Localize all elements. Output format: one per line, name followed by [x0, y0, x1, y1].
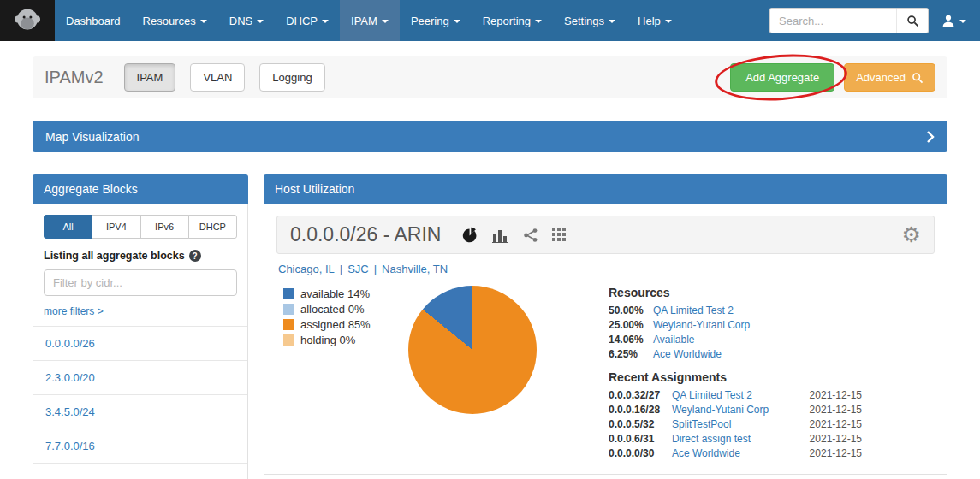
map-visualization-title: Map Visualization [45, 130, 139, 144]
legend-label: available 14% [300, 287, 370, 300]
assignment-link[interactable]: Ace Worldwide [672, 447, 810, 459]
resource-row: 6.25%Ace Worldwide [609, 348, 862, 360]
nav-item-peering[interactable]: Peering [400, 0, 472, 41]
nav-label: Dashboard [66, 15, 121, 27]
resource-percent: 14.06% [609, 334, 653, 346]
location-link[interactable]: Nashville, TN [382, 263, 448, 275]
resource-row: 14.06%Available [609, 334, 862, 346]
content-row: Aggregate Blocks All IPV4 IPv6 DHCP List… [33, 174, 947, 479]
resource-link[interactable]: QA Limited Test 2 [653, 305, 734, 316]
search-button[interactable] [896, 8, 929, 33]
assignment-link[interactable]: Weyland-Yutani Corp [672, 404, 810, 416]
nav-item-reporting[interactable]: Reporting [472, 0, 553, 41]
resource-row: 50.00%QA Limited Test 2 [609, 305, 862, 316]
link-separator: | [374, 263, 377, 275]
cidr-filter-input[interactable] [44, 269, 237, 296]
assignment-date: 2021-12-15 [810, 433, 862, 445]
block-list: 0.0.0.0/26 2.3.0.0/20 3.4.5.0/24 7.7.0.0… [33, 326, 247, 479]
page-toolbar: IPAMv2 IPAM VLAN Logging Add Aggregate A… [33, 56, 947, 98]
nav-item-ipam[interactable]: IPAM [340, 0, 400, 41]
aggregate-blocks-panel: Aggregate Blocks All IPV4 IPv6 DHCP List… [33, 174, 248, 479]
caret-down-icon [257, 20, 264, 23]
block-list-item-partial[interactable] [33, 463, 247, 479]
utilization-details: Resources 50.00%QA Limited Test 2 25.00%… [609, 286, 862, 462]
legend-item: available 14% [283, 287, 403, 300]
nav-item-dns[interactable]: DNS [218, 0, 275, 41]
search-input[interactable] [769, 8, 896, 33]
assignment-link[interactable]: SplitTestPool [672, 418, 810, 430]
location-links: Chicago, IL|SJC|Nashville, TN [276, 254, 935, 275]
assignment-row: 0.0.0.0/30Ace Worldwide2021-12-15 [609, 447, 862, 459]
legend-swatch [283, 334, 294, 346]
block-list-item[interactable]: 3.4.5.0/24 [33, 394, 247, 429]
resource-link[interactable]: Available [653, 334, 694, 346]
view-tab-vlan[interactable]: VLAN [190, 63, 245, 92]
search-group [769, 8, 929, 33]
nav-item-resources[interactable]: Resources [132, 0, 218, 41]
assignment-cidr: 0.0.0.0/30 [609, 447, 672, 459]
caret-down-icon [382, 20, 389, 23]
bar-chart-icon[interactable] [492, 228, 509, 243]
listing-label: Listing all aggregate blocks ? [44, 250, 237, 262]
view-tab-ipam[interactable]: IPAM [124, 63, 176, 92]
nav-label: Reporting [483, 15, 531, 27]
nav-label: DHCP [286, 15, 318, 27]
link-separator: | [340, 263, 342, 275]
caret-down-icon [454, 20, 460, 23]
caret-down-icon [609, 20, 615, 23]
assignment-row: 0.0.0.5/32SplitTestPool2021-12-15 [609, 418, 862, 430]
nav-label: Resources [143, 15, 196, 27]
toolbar-right: Add Aggregate Advanced [730, 63, 935, 92]
view-tab-logging[interactable]: Logging [259, 63, 324, 92]
assignment-row: 0.0.0.6/31Direct assign test2021-12-15 [609, 433, 862, 445]
legend-label: allocated 0% [300, 303, 364, 316]
help-icon[interactable]: ? [189, 250, 201, 262]
resource-percent: 50.00% [609, 305, 653, 316]
legend-swatch [283, 304, 294, 315]
search-icon [906, 15, 919, 27]
pie-chart-icon[interactable] [461, 227, 478, 244]
user-menu[interactable] [941, 14, 966, 27]
resources-title: Resources [609, 286, 862, 299]
nav-item-dashboard[interactable]: Dashboard [55, 0, 132, 41]
assignment-row: 0.0.0.16/28Weyland-Yutani Corp2021-12-15 [609, 404, 862, 416]
filter-tab-all[interactable]: All [44, 215, 92, 239]
more-filters-link[interactable]: more filters > [44, 305, 104, 317]
map-visualization-panel[interactable]: Map Visualization [33, 121, 947, 152]
advanced-button[interactable]: Advanced [844, 63, 935, 92]
gorilla-icon [10, 5, 45, 36]
search-icon [912, 72, 924, 84]
view-mode-icons [461, 227, 567, 244]
filter-tab-ipv4[interactable]: IPV4 [92, 215, 140, 239]
nav-label: Peering [411, 15, 449, 27]
filter-tab-dhcp[interactable]: DHCP [188, 215, 237, 239]
gear-icon[interactable]: ⚙ [902, 224, 921, 245]
caret-down-icon [665, 20, 672, 23]
block-heading-strip: 0.0.0.0/26 - ARIN [276, 216, 935, 254]
nav-item-help[interactable]: Help [627, 0, 683, 41]
nav-item-settings[interactable]: Settings [553, 0, 627, 41]
filter-tab-ipv6[interactable]: IPv6 [140, 215, 189, 239]
location-link[interactable]: SJC [347, 263, 369, 275]
block-list-item[interactable]: 0.0.0.0/26 [33, 326, 247, 360]
nav-item-dhcp[interactable]: DHCP [275, 0, 340, 41]
block-list-item[interactable]: 2.3.0.0/20 [33, 360, 247, 394]
assignment-row: 0.0.0.32/27QA Limited Test 22021-12-15 [609, 389, 862, 401]
host-utilization-header: Host Utilization [264, 174, 947, 204]
share-icon[interactable] [523, 228, 538, 243]
grid-view-icon[interactable] [552, 228, 567, 242]
assignment-link[interactable]: Direct assign test [672, 433, 810, 445]
caret-down-icon [322, 20, 329, 23]
assignment-cidr: 0.0.0.6/31 [609, 433, 672, 445]
page-title: IPAMv2 [45, 68, 104, 87]
assignment-cidr: 0.0.0.5/32 [609, 418, 672, 430]
assignment-link[interactable]: QA Limited Test 2 [672, 389, 810, 401]
location-link[interactable]: Chicago, IL [278, 263, 335, 275]
block-heading: 0.0.0.0/26 - ARIN [290, 223, 441, 246]
resource-link[interactable]: Ace Worldwide [653, 348, 722, 360]
brand-gorilla-logo[interactable] [0, 0, 55, 41]
add-aggregate-button[interactable]: Add Aggregate [730, 63, 834, 92]
resource-link[interactable]: Weyland-Yutani Corp [653, 319, 750, 331]
block-list-item[interactable]: 7.7.0.0/16 [33, 429, 247, 463]
host-utilization-title: Host Utilization [275, 182, 354, 196]
